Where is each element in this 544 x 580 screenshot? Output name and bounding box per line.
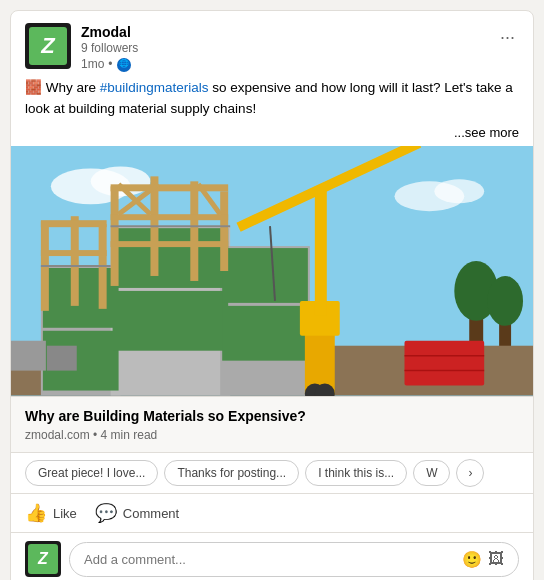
followers-count: 9 followers bbox=[81, 41, 486, 57]
svg-rect-32 bbox=[41, 220, 107, 227]
like-button[interactable]: 👍 Like bbox=[25, 502, 77, 524]
svg-rect-33 bbox=[41, 250, 107, 256]
svg-rect-24 bbox=[111, 214, 229, 220]
action-bar: 👍 Like 💬 Comment bbox=[11, 493, 533, 532]
svg-rect-17 bbox=[222, 248, 308, 303]
svg-rect-30 bbox=[71, 216, 79, 306]
post-hashtag[interactable]: #buildingmaterials bbox=[100, 80, 209, 95]
comment-input[interactable] bbox=[84, 552, 454, 567]
comment-input-wrap: 🙂 🖼 bbox=[69, 542, 519, 577]
media-button[interactable]: 🖼 bbox=[488, 550, 504, 569]
comment-label: Comment bbox=[123, 506, 179, 521]
svg-rect-21 bbox=[190, 181, 198, 281]
commenter-avatar: Z bbox=[25, 541, 61, 577]
company-avatar[interactable]: Z bbox=[25, 23, 71, 69]
reaction-pill-1[interactable]: Great piece! I love... bbox=[25, 460, 158, 486]
post-icon: 🧱 bbox=[25, 80, 42, 95]
comment-area: Z 🙂 🖼 bbox=[11, 532, 533, 580]
reaction-pill-2[interactable]: Thanks for posting... bbox=[164, 460, 299, 486]
post-time: 1mo • 🌐 bbox=[81, 57, 486, 73]
like-label: Like bbox=[53, 506, 77, 521]
svg-rect-15 bbox=[113, 228, 229, 288]
svg-point-2 bbox=[91, 166, 151, 196]
emoji-button[interactable]: 🙂 bbox=[462, 550, 482, 569]
svg-rect-44 bbox=[11, 341, 46, 371]
svg-rect-19 bbox=[111, 186, 119, 286]
see-more-area: ...see more bbox=[11, 125, 533, 146]
post-meta: Zmodal 9 followers 1mo • 🌐 bbox=[81, 23, 486, 72]
comment-icon: 💬 bbox=[95, 502, 117, 524]
avatar-letter: Z bbox=[41, 35, 54, 57]
like-icon: 👍 bbox=[25, 502, 47, 524]
svg-point-4 bbox=[434, 179, 484, 203]
separator: • bbox=[108, 57, 112, 73]
construction-image-svg bbox=[11, 146, 533, 396]
svg-rect-22 bbox=[220, 191, 228, 271]
link-title: Why are Building Materials so Expensive? bbox=[25, 407, 519, 427]
commenter-avatar-letter: Z bbox=[38, 550, 48, 568]
see-more-button[interactable]: ...see more bbox=[454, 125, 519, 140]
svg-rect-16 bbox=[113, 291, 229, 351]
post-card: Z Zmodal 9 followers 1mo • 🌐 ··· 🧱 Why a… bbox=[10, 10, 534, 580]
company-name[interactable]: Zmodal bbox=[81, 23, 486, 41]
svg-rect-13 bbox=[43, 268, 119, 328]
post-body: 🧱 Why are #buildingmaterials so expensiv… bbox=[11, 78, 533, 125]
more-options-button[interactable]: ··· bbox=[496, 23, 519, 52]
comment-button[interactable]: 💬 Comment bbox=[95, 502, 179, 524]
comment-toolbar: 🙂 🖼 bbox=[462, 550, 504, 569]
more-reactions-button[interactable]: › bbox=[456, 459, 484, 487]
post-text-before: Why are bbox=[42, 80, 100, 95]
reaction-pill-4[interactable]: W bbox=[413, 460, 450, 486]
post-image bbox=[11, 146, 533, 396]
link-preview[interactable]: Why are Building Materials so Expensive?… bbox=[11, 396, 533, 453]
svg-point-8 bbox=[487, 276, 523, 326]
svg-rect-25 bbox=[111, 241, 229, 247]
svg-rect-38 bbox=[315, 186, 327, 316]
svg-rect-45 bbox=[47, 346, 77, 371]
reaction-buttons: Great piece! I love... Thanks for postin… bbox=[11, 452, 533, 493]
reaction-pill-3[interactable]: I think this is... bbox=[305, 460, 407, 486]
svg-rect-18 bbox=[222, 306, 308, 361]
verified-icon: 🌐 bbox=[117, 58, 131, 72]
post-header: Z Zmodal 9 followers 1mo • 🌐 ··· bbox=[11, 11, 533, 78]
link-meta: zmodal.com • 4 min read bbox=[25, 428, 519, 442]
svg-rect-41 bbox=[404, 341, 484, 386]
